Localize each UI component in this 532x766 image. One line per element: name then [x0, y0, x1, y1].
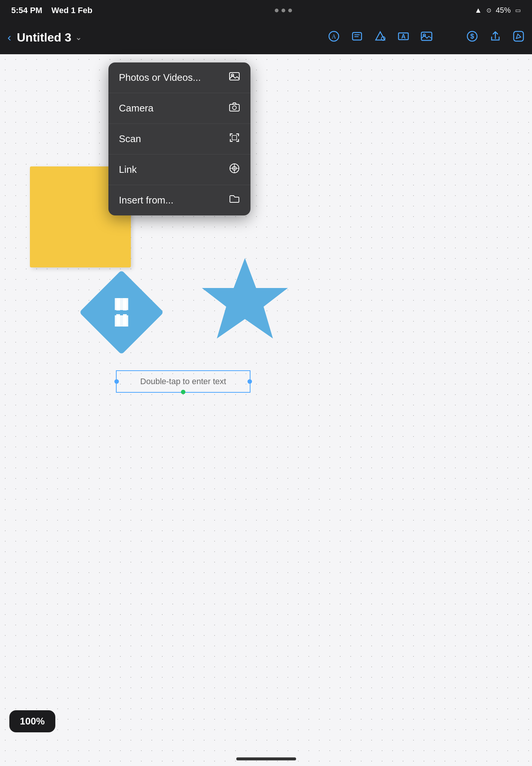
share-icon[interactable]: [489, 30, 501, 45]
svg-rect-28: [116, 310, 127, 314]
svg-rect-17: [232, 135, 237, 140]
status-dot-1: [275, 9, 279, 12]
photos-icon: [229, 71, 240, 85]
blue-diamond-shape[interactable]: [80, 271, 163, 353]
insert-dropdown-menu: Photos or Videos... Camera Scan: [108, 62, 250, 215]
zoom-indicator[interactable]: 100%: [9, 710, 55, 732]
svg-text:$: $: [470, 33, 474, 40]
annotate-tool-icon[interactable]: A: [328, 30, 340, 45]
svg-rect-8: [421, 32, 432, 40]
lock-icon: ⊙: [486, 7, 491, 14]
svg-rect-15: [230, 104, 239, 111]
folder-icon: [229, 193, 240, 207]
menu-item-photos[interactable]: Photos or Videos...: [108, 62, 250, 93]
textbox-tool-icon[interactable]: A: [397, 30, 409, 45]
status-dot-2: [282, 9, 285, 12]
menu-item-insert-from[interactable]: Insert from...: [108, 185, 250, 215]
menu-item-link[interactable]: Link: [108, 154, 250, 185]
text-box-handle-left[interactable]: [114, 379, 119, 384]
home-bar: [236, 757, 296, 760]
svg-marker-29: [202, 258, 288, 338]
canvas-area[interactable]: Photos or Videos... Camera Scan: [0, 54, 532, 766]
status-bar: 5:54 PM Wed 1 Feb ▲ ⊙ 45% ▭: [0, 0, 532, 21]
insert-tool-icon[interactable]: [421, 30, 433, 45]
edit-icon[interactable]: [513, 30, 525, 45]
status-time-date: 5:54 PM Wed 1 Feb: [11, 6, 92, 15]
svg-point-16: [233, 106, 236, 110]
svg-rect-13: [230, 73, 239, 80]
text-tool-icon[interactable]: [351, 30, 363, 45]
nav-bar: ‹ Untitled 3 ⌄ A: [0, 21, 532, 54]
text-box-handle-bottom[interactable]: [181, 390, 185, 394]
document-title[interactable]: Untitled 3: [17, 31, 71, 45]
battery-indicator: 45%: [496, 6, 511, 15]
text-box-handle-right[interactable]: [247, 379, 252, 384]
nav-tools: A A: [328, 30, 525, 45]
svg-text:A: A: [401, 33, 406, 40]
title-chevron-icon[interactable]: ⌄: [75, 33, 82, 42]
status-dot-3: [288, 9, 292, 12]
status-right: ▲ ⊙ 45% ▭: [474, 6, 521, 15]
link-icon: [229, 163, 240, 177]
shapes-tool-icon[interactable]: [374, 30, 386, 45]
svg-rect-12: [514, 31, 523, 41]
status-time: 5:54 PM: [11, 6, 42, 15]
blue-star-shape[interactable]: [198, 252, 292, 346]
status-date: Wed 1 Feb: [52, 6, 93, 15]
camera-icon: [229, 101, 240, 115]
zoom-level: 100%: [20, 716, 45, 727]
menu-item-scan[interactable]: Scan: [108, 124, 250, 154]
battery-icon: ▭: [515, 7, 521, 14]
text-box-placeholder[interactable]: Double-tap to enter text: [140, 377, 226, 386]
nav-title-area: Untitled 3 ⌄: [17, 31, 328, 45]
scan-icon: [229, 132, 240, 146]
back-button[interactable]: ‹: [7, 31, 11, 44]
text-box[interactable]: Double-tap to enter text: [116, 370, 250, 393]
menu-item-camera[interactable]: Camera: [108, 93, 250, 124]
svg-text:A: A: [332, 33, 336, 40]
wifi-icon: ▲: [474, 6, 482, 15]
status-center-dots: [275, 9, 292, 12]
coin-tool-icon[interactable]: $: [466, 30, 478, 45]
